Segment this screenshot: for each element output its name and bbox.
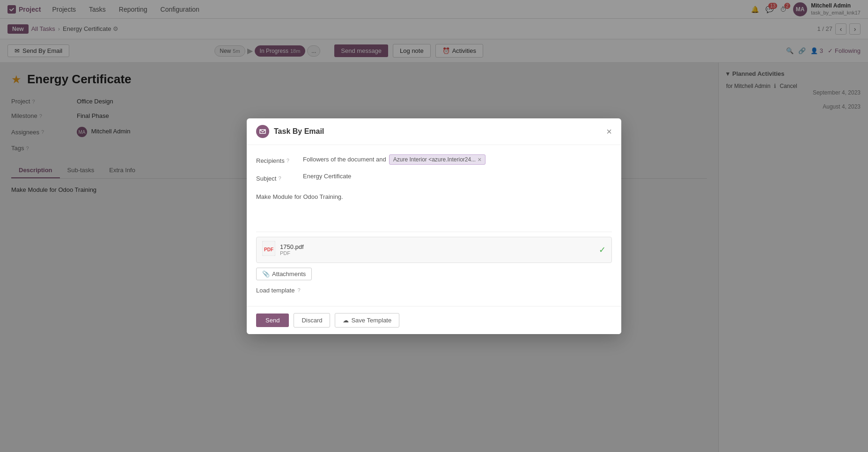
subject-help-icon: ? bbox=[278, 175, 281, 181]
recipients-label: Recipients ? bbox=[256, 154, 298, 164]
modal-icon bbox=[256, 125, 269, 138]
recipient-tags: Followers of the document and Azure Inte… bbox=[303, 154, 612, 165]
modal-header: Task By Email × bbox=[247, 118, 621, 145]
modal-title: Task By Email bbox=[274, 127, 324, 136]
attachment-name: 1750.pdf bbox=[280, 243, 594, 250]
subject-value[interactable]: Energy Certificate bbox=[303, 170, 351, 182]
cloud-icon: ☁ bbox=[343, 317, 349, 324]
subject-field: Subject ? Energy Certificate bbox=[256, 172, 612, 182]
attachment-item: PDF 1750.pdf PDF ✓ bbox=[256, 237, 612, 263]
send-button[interactable]: Send bbox=[256, 313, 289, 327]
recipient-tag-azure[interactable]: Azure Interior <azure.Interior24... × bbox=[389, 154, 486, 165]
task-by-email-modal: Task By Email × Recipients ? Followers o… bbox=[247, 118, 621, 334]
recipients-field: Recipients ? Followers of the document a… bbox=[256, 154, 612, 165]
modal-body: Recipients ? Followers of the document a… bbox=[247, 145, 621, 306]
attachment-info: 1750.pdf PDF bbox=[280, 243, 594, 256]
subject-label: Subject ? bbox=[256, 172, 298, 182]
pdf-icon: PDF bbox=[262, 241, 275, 259]
remove-recipient-button[interactable]: × bbox=[478, 156, 481, 163]
paperclip-icon: 📎 bbox=[262, 270, 270, 277]
load-template-help-icon: ? bbox=[297, 287, 300, 293]
recipients-help-icon: ? bbox=[287, 158, 289, 163]
recipients-text: Followers of the document and bbox=[303, 156, 386, 163]
attachment-type: PDF bbox=[280, 250, 594, 256]
modal-close-button[interactable]: × bbox=[606, 127, 612, 136]
attachment-check-icon: ✓ bbox=[599, 245, 606, 255]
modal-footer: Send Discard ☁ Save Template bbox=[247, 306, 621, 334]
attachments-button[interactable]: 📎 Attachments bbox=[256, 268, 312, 280]
svg-text:PDF: PDF bbox=[264, 247, 273, 252]
save-template-button[interactable]: ☁ Save Template bbox=[335, 313, 399, 328]
modal-divider-1 bbox=[256, 232, 612, 232]
load-template-field: Load template ? bbox=[256, 287, 612, 294]
message-area[interactable]: Make Module for Odoo Training. bbox=[256, 190, 612, 227]
discard-button[interactable]: Discard bbox=[294, 313, 330, 328]
load-template-label: Load template bbox=[256, 287, 294, 294]
modal-overlay: Task By Email × Recipients ? Followers o… bbox=[0, 0, 868, 452]
